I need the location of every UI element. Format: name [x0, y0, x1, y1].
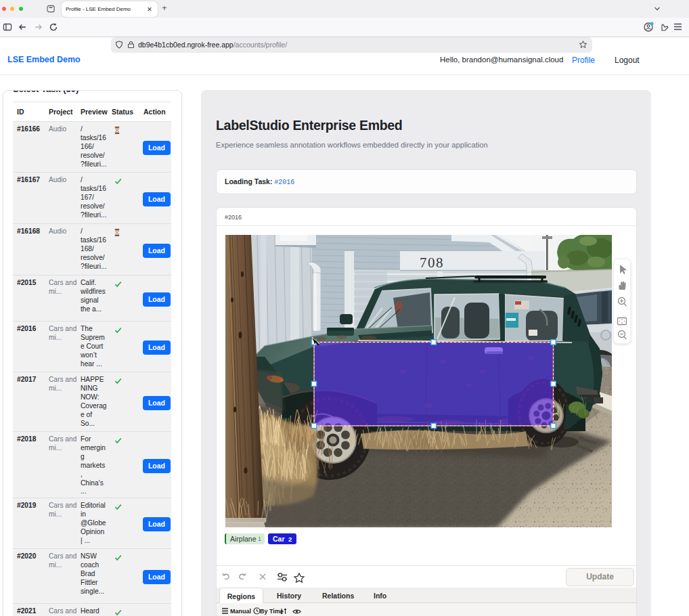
svg-text:708: 708 — [420, 255, 444, 271]
